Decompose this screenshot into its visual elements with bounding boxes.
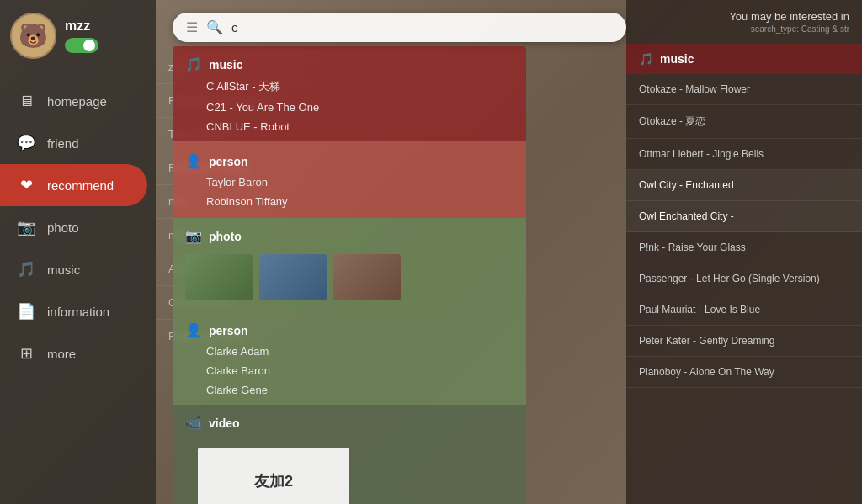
sidebar-label-photo: photo — [47, 220, 79, 235]
right-panel: You may be interested in search_type: Ca… — [626, 0, 862, 504]
sidebar-item-friend[interactable]: 💬 friend — [0, 122, 156, 164]
right-panel-item-6[interactable]: Passenger - Let Her Go (Single Version) — [626, 263, 862, 294]
sidebar-item-photo[interactable]: 📷 photo — [0, 206, 156, 248]
video-thumbnail[interactable]: 友加2 — [198, 448, 349, 504]
dropdown-music-section: 🎵 music C AllStar - 天梯 C21 - You Are The… — [173, 46, 526, 141]
person-section-1-icon: 👤 — [185, 153, 202, 169]
music-item-1[interactable]: C AllStar - 天梯 — [173, 76, 526, 98]
profile-section: 🐻 mzz — [0, 0, 156, 72]
right-panel-subtitle: search_type: Casting & str — [639, 24, 849, 34]
sidebar-label-friend: friend — [47, 136, 79, 151]
photo-icon: 📷 — [17, 218, 35, 236]
dropdown-person-section-2: 👤 person Clarke Adam Clarke Baron Clarke… — [173, 312, 526, 405]
person-item-clarke-gene[interactable]: Clarke Gene — [173, 380, 526, 400]
homepage-icon: 🖥 — [17, 92, 35, 110]
status-toggle[interactable] — [65, 38, 98, 53]
music-section-label: music — [209, 58, 242, 72]
avatar: 🐻 — [10, 13, 56, 59]
main-content: zzq Robinson Christopher Taylor Baron Ro… — [156, 0, 862, 504]
profile-info: mzz — [65, 19, 98, 53]
person-item-clarke-baron[interactable]: Clarke Baron — [173, 361, 526, 380]
right-panel-music-label: music — [660, 52, 694, 66]
friend-icon: 💬 — [17, 134, 35, 152]
right-panel-item-0[interactable]: Otokaze - Mallow Flower — [626, 74, 862, 105]
avatar-image: 🐻 — [19, 22, 48, 50]
person-item-clarke-adam[interactable]: Clarke Adam — [173, 342, 526, 361]
right-panel-music-icon: 🎵 — [639, 52, 653, 66]
information-icon: 📄 — [17, 302, 35, 321]
sidebar-item-homepage[interactable]: 🖥 homepage — [0, 80, 156, 122]
music-item-3[interactable]: CNBLUE - Robot — [173, 117, 526, 136]
right-panel-item-9[interactable]: Pianoboy - Alone On The Way — [626, 357, 862, 388]
sidebar: 🐻 mzz 🖥 homepage 💬 friend ❤ recommend 📷 … — [0, 0, 156, 504]
sidebar-label-recommend: recommend — [47, 178, 114, 193]
person-item-taylor[interactable]: Taylor Baron — [173, 172, 526, 192]
music-item-2[interactable]: C21 - You Are The One — [173, 98, 526, 117]
right-panel-list: Otokaze - Mallow Flower Otokaze - 夏恋 Ott… — [626, 74, 862, 504]
video-text: 友加2 — [254, 471, 293, 491]
sidebar-label-information: information — [47, 305, 109, 319]
sidebar-item-more[interactable]: ⊞ more — [0, 332, 156, 374]
sidebar-item-recommend[interactable]: ❤ recommend — [0, 164, 147, 206]
right-panel-item-5[interactable]: P!nk - Raise Your Glass — [626, 232, 862, 263]
sidebar-nav: 🖥 homepage 💬 friend ❤ recommend 📷 photo … — [0, 72, 156, 504]
person-section-2-icon: 👤 — [185, 322, 202, 338]
person-section-2-header: 👤 person — [173, 317, 526, 342]
search-icon: 🔍 — [206, 19, 223, 35]
search-dropdown: 🎵 music C AllStar - 天梯 C21 - You Are The… — [173, 46, 526, 504]
right-panel-title: You may be interested in — [639, 10, 849, 23]
video-section-icon: 📹 — [185, 415, 202, 431]
music-section-header: 🎵 music — [173, 51, 526, 76]
person-section-1-header: 👤 person — [173, 148, 526, 172]
more-icon: ⊞ — [17, 344, 35, 363]
sidebar-item-music[interactable]: 🎵 music — [0, 248, 156, 290]
search-input[interactable] — [231, 20, 613, 34]
right-panel-item-2[interactable]: Ottmar Liebert - Jingle Bells — [626, 139, 862, 170]
person-section-1-label: person — [209, 155, 248, 168]
sidebar-item-information[interactable]: 📄 information — [0, 290, 156, 332]
right-panel-header: You may be interested in search_type: Ca… — [626, 0, 862, 44]
right-panel-item-1[interactable]: Otokaze - 夏恋 — [626, 105, 862, 139]
music-icon: 🎵 — [17, 260, 35, 279]
photo-thumb-2[interactable] — [259, 254, 327, 300]
photo-section-icon: 📷 — [185, 228, 202, 244]
right-panel-item-3[interactable]: Owl City - Enchanted — [626, 170, 862, 201]
dropdown-photo-section: 📷 photo — [173, 218, 526, 312]
recommend-icon: ❤ — [17, 176, 35, 194]
profile-name: mzz — [65, 19, 98, 34]
right-panel-item-8[interactable]: Peter Kater - Gently Dreaming — [626, 326, 862, 357]
music-section-icon: 🎵 — [185, 56, 202, 72]
right-panel-music-header: 🎵 music — [626, 44, 862, 74]
search-container: ☰ 🔍 — [173, 13, 626, 42]
sidebar-label-more: more — [47, 347, 76, 361]
photo-section-header: 📷 photo — [173, 223, 526, 247]
hamburger-icon[interactable]: ☰ — [186, 19, 198, 35]
photo-thumb-3[interactable] — [333, 254, 401, 300]
right-panel-item-4[interactable]: Owl Enchanted City - — [626, 201, 862, 232]
photo-thumb-1[interactable] — [185, 254, 253, 300]
photo-thumbnails — [173, 247, 526, 307]
video-section-label: video — [209, 416, 240, 430]
dropdown-video-section: 📹 video 友加2 ▶ — [173, 405, 526, 504]
sidebar-label-music: music — [47, 263, 80, 277]
person-section-2-label: person — [209, 324, 248, 337]
photo-section-label: photo — [209, 230, 242, 243]
search-bar: ☰ 🔍 — [173, 13, 626, 42]
right-panel-item-7[interactable]: Paul Mauriat - Love Is Blue — [626, 294, 862, 326]
dropdown-person-section-1: 👤 person Taylor Baron Robinson Tiffany — [173, 141, 526, 218]
sidebar-label-homepage: homepage — [47, 94, 107, 109]
person-item-robinson-tiffany[interactable]: Robinson Tiffany — [173, 192, 526, 211]
video-section-header: 📹 video — [173, 410, 526, 434]
